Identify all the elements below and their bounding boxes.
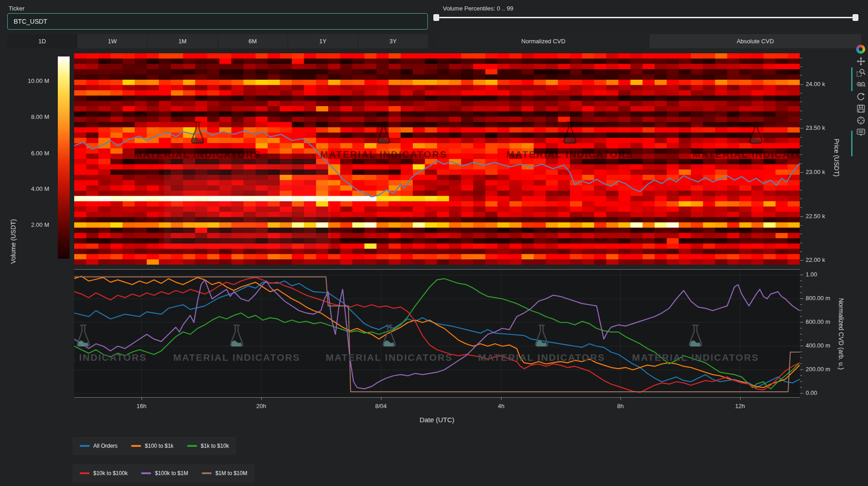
price-tick xyxy=(800,251,802,252)
price-tick xyxy=(800,260,803,261)
cvd-tick xyxy=(800,358,802,358)
cvd-lines[interactable] xyxy=(74,270,800,397)
price-tick xyxy=(800,154,802,155)
slider-track[interactable] xyxy=(436,17,858,18)
zoom-in-out-icon[interactable] xyxy=(855,79,866,91)
cvd-tick-label: 400.00 m xyxy=(806,342,830,349)
cvd-tick-label: 1.00 xyxy=(806,271,817,278)
price-tick-label: 23.00 k xyxy=(806,169,825,175)
price-tick xyxy=(800,102,802,102)
spikelines-icon[interactable] xyxy=(855,114,866,126)
cvd-chart[interactable]: MATERIAL INDICATORSMATERIAL INDICATORSMA… xyxy=(74,269,800,398)
price-axis-title: Price (USDT) xyxy=(833,103,840,212)
cvd-series-all-orders[interactable] xyxy=(74,281,800,388)
legend-item--100-to-1k[interactable]: $100 to $1k xyxy=(131,443,173,449)
cvd-tick xyxy=(800,381,802,382)
cvd-tick xyxy=(800,393,803,394)
price-tick xyxy=(800,128,803,128)
date-tick xyxy=(620,397,621,400)
cvd-tick xyxy=(800,316,802,317)
cvd-series--100k-to-1m[interactable] xyxy=(74,280,800,389)
tab-normalized-cvd[interactable]: Normalized CVD xyxy=(437,34,650,48)
legend-swatch xyxy=(187,445,197,447)
cvd-series--1m-to-10m[interactable] xyxy=(74,277,800,392)
range-button-6m[interactable]: 6M xyxy=(218,34,288,48)
cvd-tick xyxy=(800,310,802,311)
price-tick xyxy=(800,172,803,173)
legend-label: $100k to $1M xyxy=(155,470,188,476)
range-button-1d[interactable]: 1D xyxy=(7,34,77,48)
cvd-tabs: Normalized CVDAbsolute CVD xyxy=(437,34,861,48)
price-tick xyxy=(800,199,802,199)
cvd-series--10k-to-100k[interactable] xyxy=(74,277,800,392)
ticker-input[interactable] xyxy=(7,13,428,30)
legend-label: $1M to $10M xyxy=(215,470,247,476)
cvd-tick-label: 0.00 xyxy=(806,389,817,396)
cvd-tick-label: 600.00 m xyxy=(806,318,830,325)
firecharts-app: Ticker 1D1W1M6M1Y3Y Volume Percentiles: … xyxy=(0,0,868,486)
orderbook-heatmap[interactable] xyxy=(74,53,800,265)
cvd-tick xyxy=(800,387,802,388)
colorbar xyxy=(58,56,70,259)
cvd-tick xyxy=(800,328,802,328)
date-tick xyxy=(740,397,741,400)
colorbar-tick-label: 10.00 M xyxy=(4,77,49,84)
legend-label: $1k to $10k xyxy=(201,443,229,449)
legend-label: All Orders xyxy=(93,443,117,449)
save-icon[interactable] xyxy=(855,102,866,114)
cvd-tick xyxy=(800,363,802,364)
cvd-tick xyxy=(800,286,802,287)
legend-row-1: All Orders$100 to $1k$1k to $10k xyxy=(72,437,236,455)
cvd-tick-label: 800.00 m xyxy=(806,295,830,302)
date-tick-label: 20h xyxy=(256,403,266,409)
price-tick xyxy=(800,75,802,76)
volume-percentile-slider[interactable] xyxy=(436,14,858,21)
price-tick xyxy=(800,119,802,120)
price-tick xyxy=(800,207,802,208)
legend-row-2: $10k to $100k$100k to $1M$1M to $10M xyxy=(72,464,254,482)
price-tick xyxy=(800,181,802,181)
price-tick xyxy=(800,146,802,146)
legend-item--10k-to-100k[interactable]: $10k to $100k xyxy=(80,470,127,476)
pan-icon[interactable] xyxy=(855,55,866,67)
tab-absolute-cvd[interactable]: Absolute CVD xyxy=(650,34,862,48)
date-tick xyxy=(142,397,142,400)
colorbar-tick-label: 6.00 M xyxy=(4,150,49,157)
slider-handle-min[interactable] xyxy=(433,14,439,21)
cvd-tick-label: 200.00 m xyxy=(806,366,830,373)
range-button-1y[interactable]: 1Y xyxy=(288,34,358,48)
price-tick xyxy=(800,137,802,138)
colorbar-title: Volume (USDT) xyxy=(10,200,17,282)
cvd-tick xyxy=(800,298,803,299)
ticker-label: Ticker xyxy=(9,5,25,12)
box-zoom-icon[interactable] xyxy=(855,67,866,79)
legend-swatch xyxy=(202,472,212,474)
range-buttons: 1D1W1M6M1Y3Y xyxy=(7,34,428,48)
price-tick xyxy=(800,216,803,217)
legend-item--1k-to-10k[interactable]: $1k to $10k xyxy=(187,443,229,449)
cvd-tick xyxy=(800,275,803,275)
autoscale-icon[interactable] xyxy=(855,91,866,102)
cvd-tick xyxy=(800,292,802,293)
cvd-tick xyxy=(800,340,802,340)
range-button-1w[interactable]: 1W xyxy=(77,34,147,48)
range-button-3y[interactable]: 3Y xyxy=(358,34,428,48)
legend-item-all-orders[interactable]: All Orders xyxy=(80,443,117,449)
price-tick-label: 23.50 k xyxy=(806,124,825,131)
cvd-axis-title: Normalized CVD (arb. u.) xyxy=(838,266,845,402)
hover-compare-icon[interactable] xyxy=(855,126,866,138)
slider-handle-max[interactable] xyxy=(853,14,858,21)
legend-item--1m-to-10m[interactable]: $1M to $10M xyxy=(202,470,247,476)
date-tick xyxy=(381,397,381,400)
date-tick-label: 8/04 xyxy=(375,403,386,409)
plotly-logo[interactable] xyxy=(855,43,866,55)
cvd-tick xyxy=(800,304,802,305)
legend-item--100k-to-1m[interactable]: $100k to $1M xyxy=(141,470,188,476)
cvd-tick xyxy=(800,375,802,376)
legend-label: $10k to $100k xyxy=(93,470,127,476)
range-button-1m[interactable]: 1M xyxy=(147,34,218,48)
cvd-tick xyxy=(800,322,803,322)
date-tick xyxy=(261,397,262,400)
colorbar-tick-label: 4.00 M xyxy=(4,185,49,192)
modebar-group-indicator xyxy=(851,67,853,91)
